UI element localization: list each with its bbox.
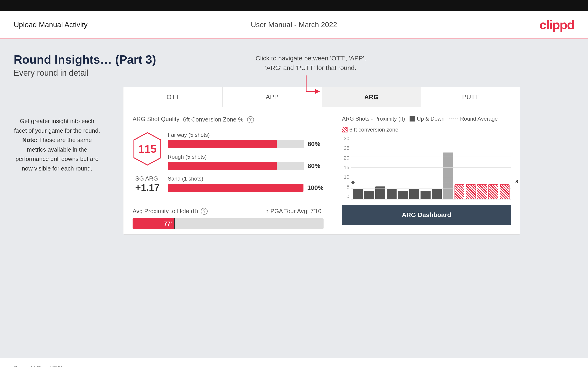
bar-group-1: [353, 136, 363, 199]
conversion-zone-label: 6ft Conversion Zone %: [183, 116, 243, 123]
bar-group-11: [466, 136, 476, 199]
help-icon[interactable]: ?: [247, 116, 254, 123]
prox-header: Avg Proximity to Hole (ft) ? ↑ PGA Tour …: [133, 208, 324, 215]
sg-value: +1.17: [135, 182, 159, 193]
bar-group-3: [375, 136, 385, 199]
chart-area: 8: [351, 136, 511, 200]
clippd-logo: clippd: [539, 17, 574, 32]
y-label-25: 25: [342, 145, 351, 151]
prox-cursor: [174, 218, 175, 229]
prox-bar-fill: 77': [133, 218, 174, 229]
sg-label: SG ARG: [135, 175, 159, 182]
chart-bar-2: [364, 191, 374, 199]
y-label-10: 10: [342, 174, 351, 180]
left-panel-content: 115 SG ARG +1.17 Fairw: [133, 132, 324, 197]
chart-bar-hatch-3: [477, 184, 487, 199]
note-label: Note:: [22, 137, 37, 143]
proximity-section: Avg Proximity to Hole (ft) ? ↑ PGA Tour …: [123, 202, 333, 234]
bar-pct-fairway: 80%: [308, 141, 324, 148]
arg-dashboard-button[interactable]: ARG Dashboard: [342, 205, 511, 225]
bar-group-5: [398, 136, 408, 199]
bar-group-7: [421, 136, 431, 199]
left-panel-top: ARG Shot Quality 6ft Conversion Zone % ?: [123, 107, 333, 202]
left-panel: ARG Shot Quality 6ft Conversion Zone % ?: [123, 107, 333, 234]
center-label: User Manual - March 2022: [251, 21, 337, 29]
bar-track-sand: 100%: [168, 184, 324, 192]
chart-wrapper: 0 5 10 15 20 25 30: [342, 136, 511, 200]
tab-putt[interactable]: PUTT: [421, 87, 520, 107]
annotation-arrow: [256, 75, 366, 100]
prox-label-text: Avg Proximity to Hole (ft): [133, 208, 198, 215]
sg-area: SG ARG +1.17: [135, 175, 159, 193]
y-label-0: 0: [342, 193, 351, 200]
upload-label: Upload Manual Activity: [14, 21, 88, 29]
bar-label-sand: Sand (1 shots): [168, 175, 324, 182]
shot-quality-label: ARG Shot Quality: [133, 116, 179, 123]
hex-score: 115: [133, 132, 162, 166]
chart-bar-hatch-2: [466, 184, 476, 199]
left-description: Get greater insight into each facet of y…: [14, 117, 100, 174]
bar-group-10: [455, 136, 465, 199]
bar-group-6: [409, 136, 419, 199]
top-bar: [0, 0, 588, 11]
hex-number: 115: [138, 143, 156, 155]
prox-help-icon[interactable]: ?: [201, 208, 208, 215]
chart-title: ARG Shots - Proximity (ft): [342, 116, 405, 122]
legend-dashed-icon: [449, 118, 458, 119]
bars-area: Fairway (5 shots) 80% Rough: [168, 132, 324, 197]
chart-bar-3: [375, 186, 385, 199]
tab-annotation: Click to navigate between 'OTT', 'APP','…: [256, 54, 366, 100]
chart-bar-6: [409, 189, 419, 199]
legend-up-down: Up & Down: [410, 116, 444, 122]
bar-row-sand: Sand (1 shots) 100%: [168, 175, 324, 192]
bar-group-13: [488, 136, 498, 199]
prox-label: Avg Proximity to Hole (ft) ?: [133, 208, 208, 215]
main-content: Round Insights… (Part 3) Every round in …: [0, 39, 588, 358]
y-label-15: 15: [342, 165, 351, 170]
bar-label-fairway: Fairway (5 shots): [168, 132, 324, 138]
bar-row-rough: Rough (5 shots) 80%: [168, 154, 324, 170]
legend-up-down-label: Up & Down: [417, 116, 444, 122]
y-label-30: 30: [342, 136, 351, 142]
bar-row-fairway: Fairway (5 shots) 80%: [168, 132, 324, 148]
copyright: Copyright Clippd 2021: [14, 365, 63, 367]
bar-group-12: [477, 136, 487, 199]
bar-track-rough: 80%: [168, 162, 324, 170]
bar-group-14: [500, 136, 510, 199]
bar-fill-rough: [168, 162, 277, 170]
legend-hatch-icon: [342, 127, 347, 133]
bar-fill-sand: [168, 184, 303, 192]
bar-group-9: [443, 136, 453, 199]
y-label-5: 5: [342, 184, 351, 190]
prox-bar-label: 77': [164, 220, 172, 227]
left-desc-text1: Get greater insight into each facet of y…: [14, 118, 100, 134]
prox-avg: ↑ PGA Tour Avg: 7'10": [266, 208, 324, 215]
annotation-text: Click to navigate between 'OTT', 'APP','…: [256, 54, 366, 73]
chart-bar-1: [353, 189, 363, 199]
legend-box-icon: [410, 116, 415, 122]
right-panel: ARG Shots - Proximity (ft) Up & Down Rou…: [333, 107, 520, 234]
chart-bar-hatch-4: [488, 184, 498, 199]
bar-label-rough: Rough (5 shots): [168, 154, 324, 160]
chart-header: ARG Shots - Proximity (ft) Up & Down Rou…: [342, 116, 511, 133]
chart-bar-9: [443, 152, 453, 199]
tab-ott[interactable]: OTT: [123, 87, 223, 107]
bar-outer-sand: [168, 184, 303, 192]
chart-bar-hatch-5: [500, 184, 510, 199]
legend-round-avg-label: Round Average: [460, 116, 498, 122]
bar-group-4: [387, 136, 397, 199]
chart-bar-hatch-1: [455, 184, 465, 199]
panel-header: ARG Shot Quality 6ft Conversion Zone % ?: [133, 116, 324, 124]
chart-bar-4: [387, 189, 397, 199]
chart-bar-7: [421, 191, 431, 199]
content-area: ARG Shot Quality 6ft Conversion Zone % ?: [123, 107, 520, 234]
bar-outer-rough: [168, 162, 304, 170]
bar-group-8: [432, 136, 442, 199]
y-labels: 0 5 10 15 20 25 30: [342, 136, 351, 200]
legend-6ft-label: 6 ft conversion zone: [349, 126, 398, 133]
svg-marker-2: [315, 89, 320, 94]
y-label-20: 20: [342, 155, 351, 161]
bar-pct-rough: 80%: [308, 162, 324, 170]
bar-track-fairway: 80%: [168, 140, 324, 148]
footer: Copyright Clippd 2021: [0, 358, 588, 367]
